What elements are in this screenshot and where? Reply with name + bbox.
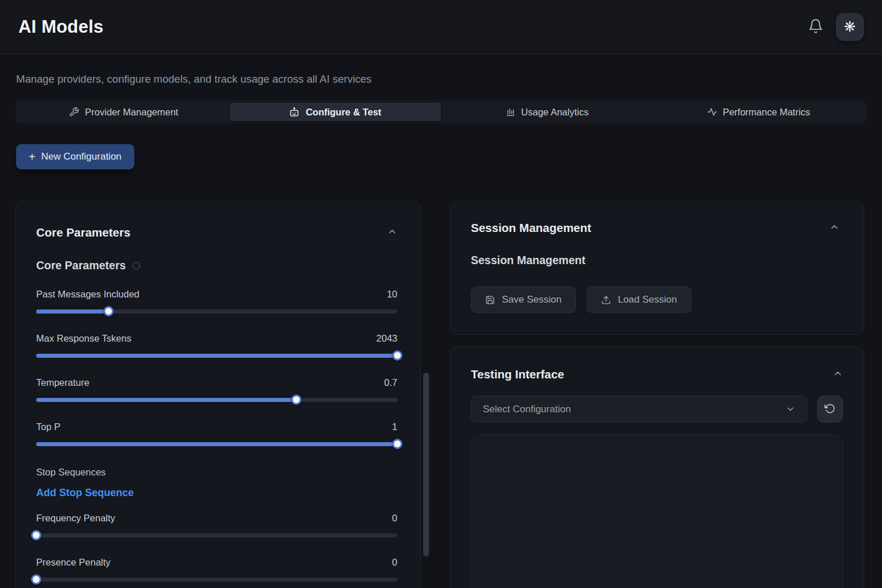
refresh-icon [825, 403, 835, 416]
chevron-up-icon [829, 222, 840, 234]
top-bar: AI Models [0, 0, 882, 55]
top-p-slider[interactable] [36, 439, 397, 449]
param-row-frequency-penalty: Frequency Penalty 0 [36, 513, 397, 540]
slider-thumb[interactable] [291, 394, 301, 405]
collapse-testing-button[interactable] [833, 369, 843, 381]
param-row-temperature: Temperature 0.7 [36, 377, 397, 405]
core-parameters-card: Core Parameters Core Parameters Past Mes… [16, 201, 421, 588]
session-management-header: Session Management [471, 221, 840, 235]
core-parameters-subheader: Core Parameters [36, 259, 397, 272]
new-configuration-label: New Configuration [41, 151, 122, 163]
frequency-penalty-slider[interactable] [36, 530, 397, 540]
settings-button[interactable] [836, 13, 864, 41]
collapse-core-parameters-button[interactable] [387, 227, 397, 239]
load-session-button[interactable]: Load Session [587, 287, 691, 313]
param-value: 10 [387, 289, 397, 300]
intro-section: Manage providers, configure models, and … [0, 55, 882, 86]
refresh-configuration-button[interactable] [817, 396, 843, 423]
bell-icon [808, 18, 823, 36]
testing-interface-title: Testing Interface [471, 368, 564, 381]
tab-configure-test[interactable]: Configure & Test [230, 103, 442, 121]
stop-sequences-label: Stop Sequences [36, 467, 397, 478]
upload-icon [601, 295, 611, 305]
main-tabbar: Provider Management Configure & Test Usa… [16, 100, 866, 123]
param-row-past-messages: Past Messages Included 10 [36, 289, 397, 316]
presence-penalty-slider[interactable] [36, 574, 397, 585]
robot-icon [289, 107, 300, 118]
param-label: Temperature [36, 377, 90, 388]
tab-performance-metrics[interactable]: Performance Matrics [653, 103, 865, 121]
param-label: Presence Penalty [36, 557, 110, 568]
save-session-button[interactable]: Save Session [471, 287, 576, 313]
param-value: 0 [392, 513, 397, 524]
past-messages-slider[interactable] [36, 306, 397, 316]
session-management-card: Session Management Session Management [450, 201, 864, 335]
right-column: Session Management Session Management [450, 201, 864, 588]
param-value: 1 [392, 421, 397, 432]
param-value: 0.7 [384, 377, 397, 388]
save-session-label: Save Session [502, 294, 562, 305]
page-title: AI Models [18, 17, 103, 37]
slider-thumb[interactable] [31, 574, 41, 585]
max-tokens-slider[interactable] [36, 350, 397, 361]
configuration-select-value: Select Configuration [483, 404, 571, 415]
param-value: 2043 [376, 333, 397, 344]
tab-label: Usage Analytics [521, 107, 589, 118]
load-session-label: Load Session [618, 294, 677, 305]
slider-thumb[interactable] [31, 530, 41, 540]
param-label: Past Messages Included [36, 289, 140, 300]
save-icon [485, 295, 495, 305]
testing-interface-card: Testing Interface Select Configuration [450, 346, 864, 588]
session-buttons: Save Session Load Session [471, 287, 840, 313]
bar-chart-icon [505, 107, 516, 117]
chevron-down-icon [786, 404, 795, 414]
vertical-scrollbar[interactable] [423, 373, 429, 556]
slider-fill [36, 354, 397, 358]
configuration-select[interactable]: Select Configuration [471, 396, 807, 423]
param-value: 0 [392, 557, 397, 568]
param-row-max-tokens: Max Response Tskens 2043 [36, 333, 397, 361]
chevron-up-icon [833, 369, 843, 381]
add-stop-sequence-link[interactable]: Add Stop Sequence [36, 487, 134, 499]
notifications-button[interactable] [808, 18, 823, 36]
slider-thumb[interactable] [392, 350, 403, 361]
slider-fill [36, 398, 296, 402]
new-configuration-button[interactable]: + New Configuration [16, 144, 134, 169]
top-bar-actions [808, 13, 864, 41]
session-management-title: Session Management [471, 221, 591, 235]
slider-thumb[interactable] [392, 439, 403, 449]
temperature-slider[interactable] [36, 394, 397, 405]
tab-provider-management[interactable]: Provider Management [18, 103, 230, 121]
slider-track [36, 578, 397, 582]
param-row-presence-penalty: Presence Penalty 0 [36, 557, 397, 585]
core-parameters-subtitle: Core Parameters [36, 259, 126, 272]
param-row-top-p: Top P 1 [36, 421, 397, 449]
slider-fill [36, 310, 109, 314]
param-label: Max Response Tskens [36, 333, 131, 344]
wrench-icon [69, 107, 79, 117]
tab-usage-analytics[interactable]: Usage Analytics [441, 103, 653, 121]
test-message-area[interactable] [471, 435, 843, 588]
core-parameters-title: Core Parameters [36, 226, 130, 239]
plus-icon: + [29, 151, 36, 163]
page-subtitle: Manage providers, configure models, and … [16, 73, 866, 86]
status-circle-icon [133, 262, 140, 269]
tab-label: Provider Management [85, 107, 178, 118]
configuration-select-row: Select Configuration [471, 396, 843, 423]
session-management-subtitle: Session Management [471, 254, 840, 267]
testing-interface-header: Testing Interface [471, 368, 843, 381]
activity-icon [707, 107, 717, 117]
collapse-session-button[interactable] [829, 222, 840, 234]
chevron-up-icon [387, 227, 397, 239]
core-parameters-header: Core Parameters [36, 226, 397, 239]
tab-label: Performance Matrics [723, 107, 810, 118]
param-label: Top P [36, 421, 60, 432]
slider-fill [36, 442, 397, 446]
tab-label: Configure & Test [305, 107, 381, 118]
slider-thumb[interactable] [103, 306, 114, 316]
main-content: Core Parameters Core Parameters Past Mes… [16, 201, 864, 588]
param-label: Frequency Penalty [36, 513, 115, 524]
slider-track [36, 533, 397, 537]
settings-rosette-icon [843, 20, 857, 35]
